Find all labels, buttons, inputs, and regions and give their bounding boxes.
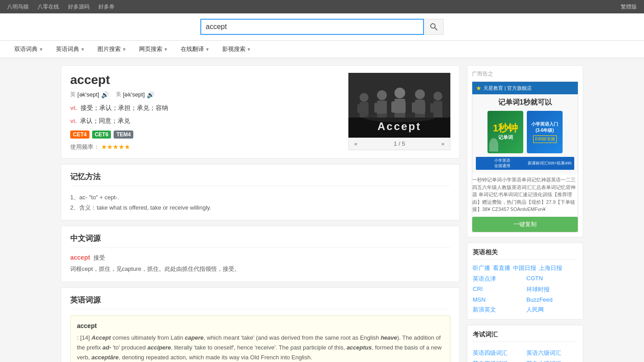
ad-content[interactable]: ★ 天星教育 | 官方旗舰店 记单词1秒就可以 1秒钟 记单词 <box>472 81 578 232</box>
svg-point-12 <box>394 88 405 98</box>
memory-item-1: 1、ac- "to" + cept-. <box>70 192 450 202</box>
search-button[interactable] <box>424 19 444 35</box>
nav-arrow-english: ▼ <box>80 47 85 52</box>
svg-rect-22 <box>430 103 434 113</box>
phonetic-en-label: 英 <box>70 91 76 98</box>
related-tag-3[interactable]: 上海日报 <box>539 264 562 272</box>
exam-vocab-tags: 英语四级词汇 英语六级词汇 英专四级词汇 英专八级词汇 考研词汇 托福词汇 雅思… <box>473 346 577 362</box>
exam-vocab-box: 考试词汇 英语四级词汇 英语六级词汇 英专四级词汇 英专八级词汇 考研词汇 托福… <box>467 325 583 362</box>
ad-copy-button[interactable]: 一键复制 <box>472 217 578 232</box>
nav-item-web[interactable]: 网页搜索 ▼ <box>134 41 174 58</box>
related-tag-0[interactable]: 听广播 <box>473 264 490 272</box>
tag-cet4[interactable]: CET4 <box>70 130 89 139</box>
etymology-desc: 词根cept，抓住，见capture，抓住。此处由抓住代指领悟，接受。 <box>70 264 450 274</box>
ad-book-1: 1秒钟 记单词 <box>487 111 523 153</box>
etymology-word: accept <box>70 254 90 261</box>
related-tag-10[interactable]: 新浪英文 <box>473 306 524 314</box>
word-title: accept <box>70 73 339 87</box>
exam-tag-3[interactable]: 英专八级词汇 <box>526 360 577 362</box>
right-column: 广而告之 ★ 天星教育 | 官方旗舰店 记单词1秒就可以 1秒钟 记单词 <box>467 65 583 362</box>
etymology-box: accept : [14] Accept comes ultimately fr… <box>70 316 450 362</box>
etym-text-1: : [14] Accept comes ultimately from Lati… <box>77 334 441 361</box>
ad-bottom-left: 小学英语全国通用 <box>479 158 526 168</box>
chinese-etymology-title: 中文词源 <box>70 233 450 248</box>
search-icon <box>430 23 438 31</box>
related-tag-6[interactable]: CRI <box>473 286 524 294</box>
exam-vocab-title: 考试词汇 <box>473 331 577 342</box>
etym-box-title: accept <box>77 322 444 329</box>
memory-title: 记忆方法 <box>70 172 450 186</box>
def-vi-text: 承认；同意；承兑 <box>80 117 130 124</box>
related-tag-2[interactable]: 中国日报 <box>513 264 536 272</box>
tag-tem4[interactable]: TEM4 <box>114 130 133 139</box>
svg-rect-23 <box>439 103 442 113</box>
nav-item-video[interactable]: 影视搜索 ▼ <box>217 41 257 58</box>
search-input[interactable] <box>200 19 424 35</box>
svg-text:Accept: Accept <box>377 120 421 132</box>
ad-desc: 一秒钟记单词小学英语单词记忆神器英语一二三四五六年级人教版英语词汇汇总表单词记忆… <box>472 176 578 213</box>
svg-point-8 <box>377 90 387 100</box>
svg-rect-10 <box>374 103 378 113</box>
image-next-btn[interactable]: » <box>441 140 445 147</box>
english-related-row2: 英语点津 CGTN CRI 环球时报 <box>473 275 577 294</box>
phonetic-us-text: [ək'sept] <box>123 91 145 98</box>
exam-tag-2[interactable]: 英专四级词汇 <box>473 360 524 362</box>
word-image-section: Accept « 1 / 5 » <box>348 73 450 150</box>
freq-stars: ★★★★★ <box>101 143 130 150</box>
ad-main-title: 记单词1秒就可以 <box>476 98 574 107</box>
nav-item-image[interactable]: 图片搜索 ▼ <box>92 41 132 58</box>
word-frequency: 使用频率： ★★★★★ <box>70 143 339 151</box>
exam-tag-1[interactable]: 英语六级词汇 <box>526 349 577 357</box>
related-tag-9[interactable]: BuzzFeed <box>526 296 577 303</box>
ad-box: 广而告之 ★ 天星教育 | 官方旗舰店 记单词1秒就可以 1秒钟 记单词 <box>467 65 583 237</box>
svg-point-26 <box>364 113 435 122</box>
english-etymology-section: 英语词源 accept : [14] Accept comes ultimate… <box>61 287 460 362</box>
word-tags: CET4 CET6 TEM4 <box>70 130 339 139</box>
ad-bottom-bar: 小学英语全国通用 新课标词汇505+拓展495 <box>476 157 574 170</box>
phonetic-us: 美 [ək'sept] 🔊 <box>116 91 154 98</box>
svg-rect-6 <box>357 104 361 113</box>
nav-arrow-translate: ▼ <box>205 47 210 52</box>
nav-item-translate[interactable]: 在线翻译 ▼ <box>175 41 215 58</box>
phonetics: 英 [ək'sept] 🔊 美 [ək'sept] 🔊 <box>70 91 339 98</box>
svg-rect-14 <box>391 101 395 113</box>
topbar-item-1[interactable]: 八明鸟猫 <box>7 3 29 11</box>
english-related-title: 英语相关 <box>473 248 577 260</box>
related-tag-5[interactable]: CGTN <box>526 275 577 283</box>
exam-tag-0[interactable]: 英语四级词汇 <box>473 349 524 357</box>
english-related-row3: MSN BuzzFeed 新浪英文 人民网 <box>473 296 577 314</box>
nav-arrow-web: ▼ <box>164 47 168 52</box>
tag-cet6[interactable]: CET6 <box>92 130 111 139</box>
related-tag-7[interactable]: 环球时报 <box>526 286 577 294</box>
topbar-right[interactable]: 繁體版 <box>621 3 637 11</box>
svg-line-1 <box>435 28 437 30</box>
word-section: accept 英 [ək'sept] 🔊 美 [ək'sept] 🔊 <box>61 65 460 159</box>
topbar-item-2[interactable]: 八零在线 <box>38 3 59 11</box>
related-tag-8[interactable]: MSN <box>473 296 524 303</box>
related-tag-4[interactable]: 英语点津 <box>473 275 524 283</box>
topbar-item-4[interactable]: 好多券 <box>98 3 114 11</box>
topbar-item-3[interactable]: 好多源码 <box>68 3 89 11</box>
related-tag-1[interactable]: 看直播 <box>493 264 510 272</box>
ad-bottom-right: 新课标词汇505+拓展495 <box>528 160 572 166</box>
nav-item-bilingual[interactable]: 双语词典 ▼ <box>9 41 49 58</box>
nav-item-english[interactable]: 英语词典 ▼ <box>51 41 90 58</box>
image-prev-btn[interactable]: « <box>354 140 357 147</box>
freq-label: 使用频率： <box>70 143 99 150</box>
etymology-word-meaning: 接受 <box>93 254 105 261</box>
svg-rect-15 <box>402 101 406 113</box>
nav-arrow-bilingual: ▼ <box>39 47 43 52</box>
pos-vt: vt. <box>70 105 77 111</box>
word-image-container: Accept <box>348 73 450 138</box>
sound-us-icon[interactable]: 🔊 <box>147 91 154 98</box>
related-tag-11[interactable]: 人民网 <box>526 306 577 314</box>
ad-banner-top: ★ 天星教育 | 官方旗舰店 <box>472 82 578 94</box>
ad-title: 广而告之 <box>472 70 578 78</box>
search-box <box>200 19 444 35</box>
definition-vi: vi. 承认；同意；承兑 <box>70 116 339 126</box>
nav-arrow-image: ▼ <box>122 47 127 52</box>
english-etymology-title: 英语词源 <box>70 295 450 309</box>
sound-en-icon[interactable]: 🔊 <box>101 91 109 98</box>
memory-section: 记忆方法 1、ac- "to" + cept-. 2、含义：take what … <box>61 164 460 221</box>
nav-arrow-video: ▼ <box>247 47 251 52</box>
